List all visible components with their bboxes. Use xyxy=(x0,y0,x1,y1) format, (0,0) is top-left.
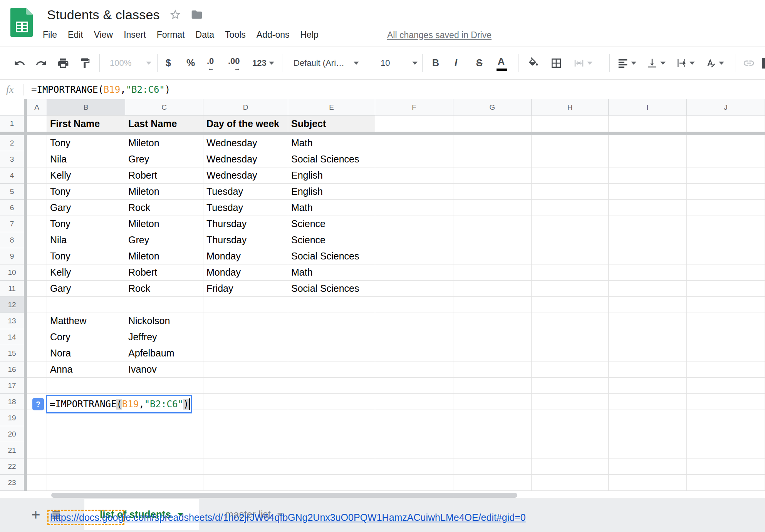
italic-button[interactable]: I xyxy=(455,47,457,79)
cell-A14[interactable] xyxy=(27,329,47,345)
cell-A9[interactable] xyxy=(27,248,47,264)
cell-B8[interactable]: Nila xyxy=(47,232,125,248)
cell-D6[interactable]: Tuesday xyxy=(203,200,288,216)
row-header-10[interactable]: 10 xyxy=(0,264,24,281)
cell-E9[interactable]: Social Sciences xyxy=(288,248,375,264)
cell-B16[interactable]: Anna xyxy=(47,361,125,378)
cell-B4[interactable]: Kelly xyxy=(47,167,125,184)
cell-D7[interactable]: Thursday xyxy=(203,216,288,232)
cell-J20[interactable] xyxy=(687,426,765,442)
cell-I12[interactable] xyxy=(609,297,687,313)
cell-H21[interactable] xyxy=(532,442,609,458)
row-header-11[interactable]: 11 xyxy=(0,281,24,297)
font-select[interactable]: Default (Ari… xyxy=(294,47,359,79)
cell-E21[interactable] xyxy=(288,442,375,458)
sheets-logo-icon[interactable] xyxy=(10,8,33,37)
row-header-6[interactable]: 6 xyxy=(0,200,24,216)
cell-G4[interactable] xyxy=(453,167,532,184)
row-header-2[interactable]: 2 xyxy=(0,135,24,151)
menu-view[interactable]: View xyxy=(89,30,118,40)
cell-H22[interactable] xyxy=(532,458,609,475)
cell-E23[interactable] xyxy=(288,475,375,491)
cell-C9[interactable]: Mileton xyxy=(125,248,203,264)
cell-F1[interactable] xyxy=(375,115,453,132)
cell-F7[interactable] xyxy=(375,216,453,232)
cell-I7[interactable] xyxy=(609,216,687,232)
cell-F4[interactable] xyxy=(375,167,453,184)
cell-H11[interactable] xyxy=(532,281,609,297)
cell-C12[interactable] xyxy=(125,297,203,313)
cell-J8[interactable] xyxy=(687,232,765,248)
cell-G8[interactable] xyxy=(453,232,532,248)
document-title[interactable]: Students & classes xyxy=(47,7,160,22)
cell-B7[interactable]: Tony xyxy=(47,216,125,232)
cell-A16[interactable] xyxy=(27,361,47,378)
cell-J3[interactable] xyxy=(687,151,765,167)
menu-tools[interactable]: Tools xyxy=(220,30,251,40)
cell-E1[interactable]: Subject xyxy=(288,115,375,132)
cell-C23[interactable] xyxy=(125,475,203,491)
cell-J12[interactable] xyxy=(687,297,765,313)
increase-decimal-button[interactable]: .00→ xyxy=(228,47,240,79)
move-folder-icon[interactable] xyxy=(191,8,203,21)
cell-J13[interactable] xyxy=(687,313,765,329)
cell-A1[interactable] xyxy=(27,115,47,132)
cell-B22[interactable] xyxy=(47,458,125,475)
row-header-14[interactable]: 14 xyxy=(0,329,24,345)
cell-I10[interactable] xyxy=(609,264,687,281)
row-header-18[interactable]: 18 xyxy=(0,394,24,410)
cell-J22[interactable] xyxy=(687,458,765,475)
cell-I8[interactable] xyxy=(609,232,687,248)
print-icon[interactable] xyxy=(57,47,69,79)
text-color-button[interactable]: A xyxy=(498,47,505,79)
cell-D21[interactable] xyxy=(203,442,288,458)
redo-icon[interactable] xyxy=(35,47,47,79)
cell-G12[interactable] xyxy=(453,297,532,313)
cell-I6[interactable] xyxy=(609,200,687,216)
cell-J1[interactable] xyxy=(687,115,765,132)
save-status-link[interactable]: All changes saved in Drive xyxy=(387,30,492,40)
cell-A3[interactable] xyxy=(27,151,47,167)
cell-B17[interactable] xyxy=(47,378,125,394)
cell-editor-b12[interactable]: =IMPORTRANGE(B19,"B2:C6") xyxy=(46,395,192,413)
cell-C11[interactable]: Rock xyxy=(125,281,203,297)
cell-F19[interactable] xyxy=(375,410,453,426)
row-header-23[interactable]: 23 xyxy=(0,475,24,491)
cell-F15[interactable] xyxy=(375,345,453,361)
cell-F23[interactable] xyxy=(375,475,453,491)
cell-C10[interactable]: Robert xyxy=(125,264,203,281)
cell-F12[interactable] xyxy=(375,297,453,313)
cell-G19[interactable] xyxy=(453,410,532,426)
cell-G7[interactable] xyxy=(453,216,532,232)
cell-A2[interactable] xyxy=(27,135,47,151)
formula-bar[interactable]: fx =IMPORTRANGE(B19,"B2:C6") xyxy=(0,80,765,99)
cell-J10[interactable] xyxy=(687,264,765,281)
cell-H17[interactable] xyxy=(532,378,609,394)
cell-B15[interactable]: Nora xyxy=(47,345,125,361)
cell-D16[interactable] xyxy=(203,361,288,378)
cell-B23[interactable] xyxy=(47,475,125,491)
cell-C5[interactable]: Mileton xyxy=(125,184,203,200)
undo-icon[interactable] xyxy=(14,47,25,79)
cell-E16[interactable] xyxy=(288,361,375,378)
cell-J17[interactable] xyxy=(687,378,765,394)
cell-C21[interactable] xyxy=(125,442,203,458)
menu-add-ons[interactable]: Add-ons xyxy=(251,30,295,40)
cell-B14[interactable]: Cory xyxy=(47,329,125,345)
cell-J18[interactable] xyxy=(687,394,765,410)
cell-E10[interactable]: Math xyxy=(288,264,375,281)
cell-H2[interactable] xyxy=(532,135,609,151)
cell-H13[interactable] xyxy=(532,313,609,329)
col-header-H[interactable]: H xyxy=(532,99,609,115)
cell-I2[interactable] xyxy=(609,135,687,151)
cell-B20[interactable] xyxy=(47,426,125,442)
cell-F11[interactable] xyxy=(375,281,453,297)
add-sheet-button[interactable]: + xyxy=(28,499,44,530)
cell-A13[interactable] xyxy=(27,313,47,329)
cell-J4[interactable] xyxy=(687,167,765,184)
cell-J14[interactable] xyxy=(687,329,765,345)
cell-H12[interactable] xyxy=(532,297,609,313)
cell-H14[interactable] xyxy=(532,329,609,345)
cell-C22[interactable] xyxy=(125,458,203,475)
cell-H16[interactable] xyxy=(532,361,609,378)
